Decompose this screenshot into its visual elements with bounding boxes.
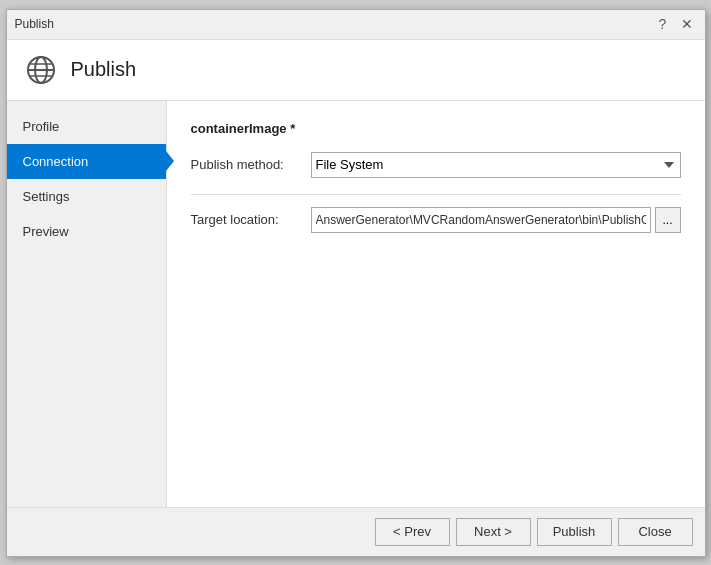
next-button[interactable]: Next > [456,518,531,546]
sidebar-item-settings-label: Settings [23,189,70,204]
sidebar-item-connection-label: Connection [23,154,89,169]
target-location-input[interactable] [311,207,651,233]
header: Publish [7,40,705,101]
sidebar: Profile Connection Settings Preview [7,101,167,507]
sidebar-item-settings[interactable]: Settings [7,179,166,214]
browse-button[interactable]: ... [655,207,681,233]
sidebar-item-connection[interactable]: Connection [7,144,166,179]
main-content: containerImage * Publish method: File Sy… [167,101,705,507]
close-window-button[interactable]: ✕ [677,14,697,34]
target-location-input-group: ... [311,207,681,233]
title-bar-text: Publish [15,17,54,31]
close-button[interactable]: Close [618,518,693,546]
section-title: containerImage * [191,121,681,136]
sidebar-item-preview[interactable]: Preview [7,214,166,249]
sidebar-item-profile-label: Profile [23,119,60,134]
publish-method-label: Publish method: [191,157,311,172]
publish-method-group: Publish method: File System FTP Web Depl… [191,152,681,178]
prev-button[interactable]: < Prev [375,518,450,546]
footer: < Prev Next > Publish Close [7,507,705,556]
help-button[interactable]: ? [653,14,673,34]
separator [191,194,681,195]
target-location-group: Target location: ... [191,207,681,233]
sidebar-item-profile[interactable]: Profile [7,109,166,144]
title-bar-buttons: ? ✕ [653,14,697,34]
target-location-label: Target location: [191,212,311,227]
content-area: Profile Connection Settings Preview cont… [7,101,705,507]
publish-method-select[interactable]: File System FTP Web Deploy Web Deploy Pa… [311,152,681,178]
title-bar: Publish ? ✕ [7,10,705,40]
globe-icon [23,52,59,88]
publish-dialog: Publish ? ✕ Publish Profile Connection [6,9,706,557]
publish-button[interactable]: Publish [537,518,612,546]
header-title: Publish [71,58,137,81]
sidebar-item-preview-label: Preview [23,224,69,239]
